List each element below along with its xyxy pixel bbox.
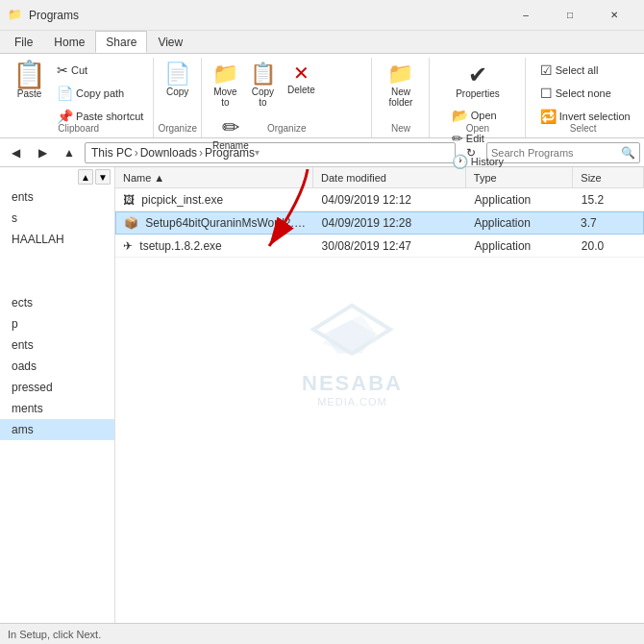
sidebar-item-empty1[interactable] xyxy=(0,250,114,271)
copy-to-button[interactable]: 📋 Copyto xyxy=(245,60,281,111)
sidebar-item-ents[interactable]: ents xyxy=(0,186,114,208)
file-name-cell: 📦 Setup64bitQuraninMsWord2.2Release.exe xyxy=(116,214,314,232)
select-none-button[interactable]: ☐ Select none xyxy=(535,83,635,104)
cut-label: Cut xyxy=(71,64,87,76)
copy-to-label: Copyto xyxy=(252,87,274,108)
sidebar-item-ams[interactable]: ams xyxy=(0,419,114,440)
search-input[interactable] xyxy=(491,147,621,159)
file-name: tsetup.1.8.2.exe xyxy=(139,239,221,253)
paste-button[interactable]: 📋 Paste xyxy=(9,60,50,127)
invert-label: Invert selection xyxy=(559,111,631,122)
ribbon-tabs: File Home Share View xyxy=(0,31,644,54)
sidebar-item-haallah[interactable]: HAALLAH xyxy=(0,229,114,250)
close-button[interactable]: ✕ xyxy=(592,0,636,31)
delete-icon: ✕ xyxy=(293,63,310,83)
cut-button[interactable]: ✂ Cut xyxy=(52,60,148,81)
sidebar-item-ments[interactable]: ments xyxy=(0,398,114,419)
copy-path-icon: 📄 xyxy=(57,86,73,101)
select-all-icon: ☑ xyxy=(540,62,553,78)
new-label: New xyxy=(372,123,429,134)
move-icon: 📁 xyxy=(212,63,238,85)
sidebar-item-p[interactable]: p xyxy=(0,313,114,334)
clipboard-label: Clipboard xyxy=(4,123,153,134)
file-size-cell: 15.2 xyxy=(574,191,644,209)
sidebar-item-empty2[interactable] xyxy=(0,271,114,292)
properties-button[interactable]: ✔ Properties xyxy=(447,60,508,103)
main-area: ▲ ▼ ents s HAALLAH ects p ents oads pres… xyxy=(0,167,644,623)
copy-path-button[interactable]: 📄 Copy path xyxy=(52,83,148,104)
rename-button[interactable]: ✏ Rename xyxy=(208,113,254,155)
file-icon: 🖼 xyxy=(123,193,135,207)
open-label: Open xyxy=(471,110,497,121)
file-date-cell: 04/09/2019 12:28 xyxy=(314,214,466,232)
sidebar-item-ents2[interactable]: ents xyxy=(0,334,114,356)
select-label: Select xyxy=(526,123,640,134)
invert-icon: 🔁 xyxy=(540,109,557,124)
new-folder-label: Newfolder xyxy=(388,87,412,108)
maximize-button[interactable]: □ xyxy=(548,0,592,31)
paste-icon: 📋 xyxy=(12,62,46,88)
ribbon: 📋 Paste ✂ Cut 📄 Copy path 📌 Paste shortc… xyxy=(0,54,644,138)
file-size-cell: 3.7 xyxy=(573,214,643,232)
open-icon: 📂 xyxy=(452,108,468,123)
copy-path-label: Copy path xyxy=(76,87,124,99)
open-group: ✔ Properties 📂 Open ✏ Edit 🕐 History Ope… xyxy=(430,58,526,137)
path-sep-1: › xyxy=(135,146,138,160)
file-type-cell: Application xyxy=(466,214,573,232)
search-box[interactable]: 🔍 xyxy=(486,142,640,163)
history-label: History xyxy=(471,156,504,167)
sidebar-item-ects[interactable]: ects xyxy=(0,292,114,313)
sidebar-item-oads[interactable]: oads xyxy=(0,356,114,377)
tab-view[interactable]: View xyxy=(147,31,193,53)
minimize-button[interactable]: – xyxy=(504,0,548,31)
copy-to-icon: 📋 xyxy=(250,63,276,85)
select-all-label: Select all xyxy=(556,64,599,76)
col-size-header[interactable]: Size xyxy=(573,167,644,187)
tab-home[interactable]: Home xyxy=(43,31,95,53)
select-none-icon: ☐ xyxy=(540,86,553,101)
file-type-cell: Application xyxy=(467,237,574,255)
move-to-label: Moveto xyxy=(213,87,236,108)
file-date-cell: 30/08/2019 12:47 xyxy=(314,237,467,255)
sidebar-item-pressed[interactable]: pressed xyxy=(0,377,114,398)
copy-button[interactable]: 📄 Copy xyxy=(160,60,195,101)
sidebar-scroll-up[interactable]: ▲ xyxy=(78,169,93,185)
file-row[interactable]: 🖼 picpick_inst.exe 04/09/2019 12:12 Appl… xyxy=(115,188,644,211)
edit-label: Edit xyxy=(466,133,484,144)
back-button[interactable]: ◀ xyxy=(4,141,27,164)
paste-shortcut-label: Paste shortcut xyxy=(76,111,143,122)
col-name-header[interactable]: Name ▲ xyxy=(115,167,313,187)
copy-icon: 📄 xyxy=(164,63,190,85)
move-to-button[interactable]: 📁 Moveto xyxy=(208,60,243,111)
paste-shortcut-icon: 📌 xyxy=(57,109,73,124)
organize-group: 📁 Moveto 📋 Copyto ✕ Delete ✏ Rename Orga… xyxy=(202,58,373,137)
cut-icon: ✂ xyxy=(57,62,68,78)
properties-icon: ✔ xyxy=(468,63,487,87)
tab-file[interactable]: File xyxy=(4,31,43,53)
file-name-cell: ✈ tsetup.1.8.2.exe xyxy=(115,237,314,255)
new-folder-button[interactable]: 📁 Newfolder xyxy=(383,60,418,111)
status-bar: In Setup, click Next. xyxy=(0,623,644,644)
file-row[interactable]: 📦 Setup64bitQuraninMsWord2.2Release.exe … xyxy=(115,211,644,235)
properties-label: Properties xyxy=(456,88,500,99)
select-group: ☑ Select all ☐ Select none 🔁 Invert sele… xyxy=(526,58,640,137)
col-date-header[interactable]: Date modified xyxy=(313,167,466,187)
tab-share[interactable]: Share xyxy=(95,31,147,53)
file-row[interactable]: ✈ tsetup.1.8.2.exe 30/08/2019 12:47 Appl… xyxy=(115,235,644,258)
sidebar: ▲ ▼ ents s HAALLAH ects p ents oads pres… xyxy=(0,167,115,623)
file-header: Name ▲ Date modified Type Size xyxy=(115,167,644,188)
copy-label: Copy xyxy=(166,87,188,97)
file-name: Setup64bitQuraninMsWord2.2Release.exe xyxy=(145,216,313,230)
history-button[interactable]: 🕐 History xyxy=(447,151,508,172)
window-controls: – □ ✕ xyxy=(504,0,636,31)
select-none-label: Select none xyxy=(556,87,611,99)
sidebar-scroll-down[interactable]: ▼ xyxy=(95,169,111,185)
up-button[interactable]: ▲ xyxy=(58,141,81,164)
delete-button[interactable]: ✕ Delete xyxy=(283,60,320,99)
sidebar-item-s[interactable]: s xyxy=(0,208,114,229)
title-bar: 📁 Programs – □ ✕ xyxy=(0,0,644,31)
search-icon: 🔍 xyxy=(621,146,635,160)
organize-label: Organize xyxy=(154,123,201,134)
forward-button[interactable]: ▶ xyxy=(31,141,54,164)
select-all-button[interactable]: ☑ Select all xyxy=(535,60,635,81)
